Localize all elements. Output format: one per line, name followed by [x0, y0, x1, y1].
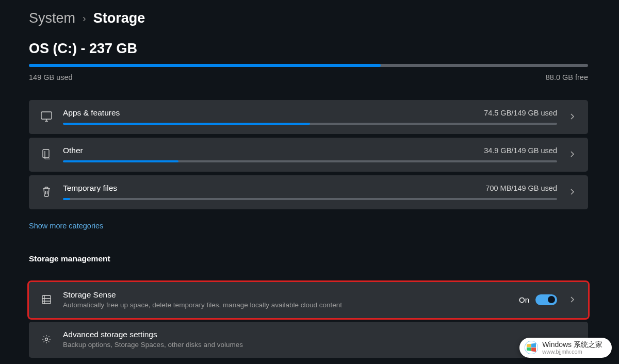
- category-label: Temporary files: [63, 184, 117, 193]
- apps-icon: [40, 110, 53, 123]
- category-usage: 34.9 GB/149 GB used: [484, 146, 557, 155]
- chevron-right-icon: ›: [83, 12, 86, 24]
- svg-point-3: [45, 338, 48, 341]
- chevron-right-icon: [567, 296, 577, 303]
- category-cards: Apps & features 74.5 GB/149 GB used Othe…: [29, 100, 588, 209]
- watermark-url: www.bjjmlv.com: [542, 349, 602, 355]
- drive-used-label: 149 GB used: [29, 73, 73, 81]
- breadcrumb-current: Storage: [93, 10, 145, 26]
- chevron-right-icon: [567, 113, 577, 120]
- storage-sense-title: Storage Sense: [63, 290, 509, 300]
- breadcrumb-parent[interactable]: System: [29, 10, 75, 26]
- management-cards: Storage Sense Automatically free up spac…: [29, 282, 588, 358]
- drive-free-label: 88.0 GB free: [546, 73, 588, 81]
- watermark-title: Windows 系统之家: [542, 341, 602, 349]
- category-other[interactable]: Other 34.9 GB/149 GB used: [29, 138, 588, 172]
- category-apps-features[interactable]: Apps & features 74.5 GB/149 GB used: [29, 100, 588, 134]
- watermark: Windows 系统之家 www.bjjmlv.com: [519, 338, 612, 358]
- category-bar: [63, 160, 557, 162]
- storage-sense-card[interactable]: Storage Sense Automatically free up spac…: [29, 282, 588, 318]
- chevron-right-icon: [567, 188, 577, 195]
- category-bar: [63, 123, 557, 125]
- advanced-storage-card[interactable]: Advanced storage settings Backup options…: [29, 322, 588, 358]
- advanced-storage-desc: Backup options, Storage Spaces, other di…: [63, 341, 557, 349]
- category-temporary-files[interactable]: Temporary files 700 MB/149 GB used: [29, 175, 588, 209]
- windows-logo-icon: [525, 341, 538, 354]
- category-usage: 700 MB/149 GB used: [485, 184, 557, 192]
- svg-rect-0: [41, 112, 52, 119]
- category-usage: 74.5 GB/149 GB used: [484, 109, 557, 117]
- drive-title: OS (C:) - 237 GB: [29, 41, 588, 57]
- section-storage-management: Storage management: [29, 254, 588, 263]
- svg-rect-1: [43, 150, 49, 158]
- storage-sense-desc: Automatically free up space, delete temp…: [63, 301, 509, 309]
- advanced-storage-title: Advanced storage settings: [63, 330, 557, 339]
- show-more-categories-link[interactable]: Show more categories: [29, 222, 103, 230]
- storage-sense-toggle[interactable]: [535, 294, 557, 305]
- category-label: Apps & features: [63, 108, 120, 118]
- drive-stats: 149 GB used 88.0 GB free: [29, 73, 588, 81]
- drive-usage-fill: [29, 64, 381, 67]
- gear-icon: [40, 333, 53, 345]
- toggle-state-label: On: [519, 295, 529, 304]
- category-label: Other: [63, 146, 83, 155]
- storage-sense-icon: [40, 293, 53, 306]
- svg-point-4: [525, 341, 539, 354]
- category-bar: [63, 198, 557, 200]
- trash-icon: [40, 186, 53, 198]
- chevron-right-icon: [567, 151, 577, 158]
- other-icon: [40, 148, 53, 160]
- drive-usage-bar: [29, 64, 588, 67]
- breadcrumb: System › Storage: [29, 10, 588, 26]
- svg-rect-2: [42, 295, 51, 304]
